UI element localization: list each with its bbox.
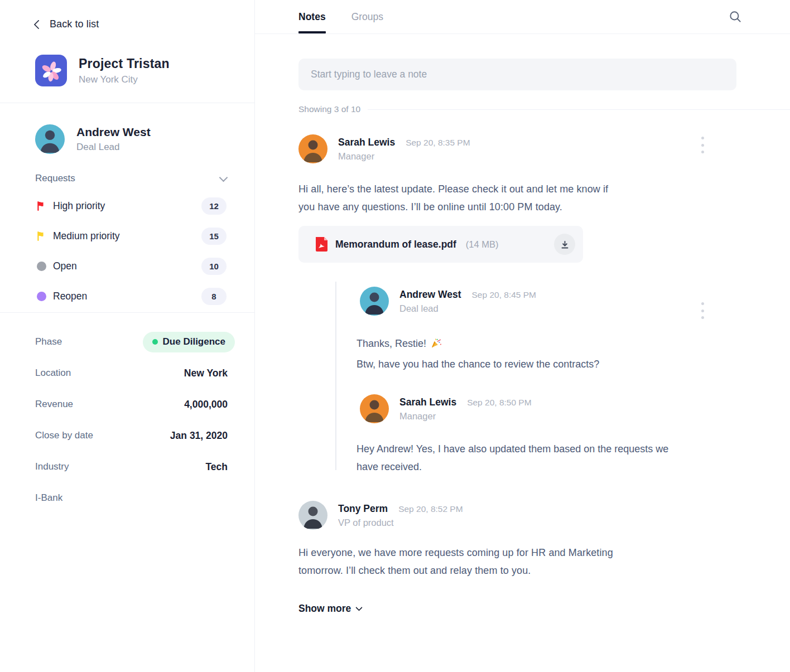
detail-label: Revenue <box>35 399 73 410</box>
detail-value: Jan 31, 2020 <box>170 430 228 442</box>
requests-label: Requests <box>35 173 75 184</box>
detail-label: Phase <box>35 336 62 347</box>
request-count-badge: 12 <box>201 197 227 215</box>
phase-value: Due Diligence <box>163 336 225 347</box>
attachment-card[interactable]: Memorandum of lease.pdf (14 MB) <box>298 226 583 263</box>
showing-count-label: Showing 3 of 10 <box>298 104 360 114</box>
phase-status-badge: Due Diligence <box>143 332 235 352</box>
detail-value: New York <box>184 368 228 379</box>
note-body: Hi everyone, we have more requests comin… <box>298 544 736 579</box>
note-author-role: Manager <box>338 151 470 162</box>
detail-label: Industry <box>35 461 69 472</box>
request-filter-medium-priority[interactable]: Medium priority 15 <box>35 221 227 251</box>
request-filter-open[interactable]: Open 10 <box>35 251 227 281</box>
request-count-badge: 8 <box>201 288 227 305</box>
note-timestamp: Sep 20, 8:35 PM <box>406 138 470 148</box>
note-composer-input[interactable] <box>298 59 736 90</box>
note-item: Sarah Lewis Sep 20, 8:35 PM Manager Hi a… <box>298 134 736 476</box>
detail-value: 4,000,000 <box>184 399 228 410</box>
note-header: Tony Perm Sep 20, 8:52 PM VP of product <box>298 501 736 530</box>
note-header: Sarah Lewis Sep 20, 8:35 PM Manager <box>298 134 736 163</box>
notes-feed: Showing 3 of 10 Sarah Lewis Sep 20, 8:35… <box>255 34 790 615</box>
request-filter-label: High priority <box>53 200 105 212</box>
note-item: Tony Perm Sep 20, 8:52 PM VP of product … <box>298 501 736 579</box>
requests-section-header[interactable]: Requests <box>0 154 254 184</box>
request-filter-high-priority[interactable]: High priority 12 <box>35 191 227 221</box>
request-filter-label: Open <box>53 260 77 272</box>
tabs-bar: Notes Groups <box>255 0 790 34</box>
request-filter-label: Reopen <box>53 291 87 302</box>
avatar <box>360 287 389 316</box>
detail-row-revenue: Revenue 4,000,000 <box>35 389 228 420</box>
requests-list: High priority 12 Medium priority 15 Open… <box>0 184 254 311</box>
reply-header: Andrew West Sep 20, 8:45 PM Deal lead <box>358 287 736 316</box>
avatar <box>298 501 327 530</box>
app-window: Back to list Project Tristan New Y <box>0 0 790 672</box>
avatar <box>360 394 389 423</box>
show-more-button[interactable]: Show more <box>298 603 362 615</box>
sidebar: Back to list Project Tristan New Y <box>0 0 255 672</box>
request-filter-label: Medium priority <box>53 230 120 242</box>
flower-icon <box>35 55 67 86</box>
kebab-menu-icon[interactable] <box>697 136 707 154</box>
note-author: Tony Perm <box>338 503 388 515</box>
project-title: Project Tristan <box>79 56 170 71</box>
chevron-left-icon <box>34 20 44 29</box>
dot-icon <box>35 260 47 272</box>
deal-details: Phase Due Diligence Location New York Re… <box>0 313 254 514</box>
deal-lead-name: Andrew West <box>76 125 151 139</box>
note-author-role: VP of product <box>338 518 463 528</box>
flag-icon <box>35 200 47 212</box>
reply-header: Sarah Lewis Sep 20, 8:50 PM Manager <box>358 394 736 423</box>
reply-body: Hey Andrew! Yes, I have also updated the… <box>357 440 736 476</box>
search-icon[interactable] <box>728 9 743 25</box>
kebab-menu-icon[interactable] <box>697 301 707 320</box>
reply-item: Sarah Lewis Sep 20, 8:50 PM Manager Hey … <box>358 394 736 476</box>
deal-lead-role: Deal Lead <box>76 142 151 153</box>
reply-timestamp: Sep 20, 8:50 PM <box>467 398 531 408</box>
reply-body: Thanks, Restie! Btw, have you had the ch… <box>357 334 736 374</box>
request-count-badge: 15 <box>201 228 227 245</box>
project-titles: Project Tristan New York City <box>79 56 170 85</box>
download-icon[interactable] <box>554 234 575 255</box>
detail-row-close-by-date: Close by date Jan 31, 2020 <box>35 420 228 451</box>
avatar <box>298 134 327 163</box>
party-popper-emoji <box>431 336 442 355</box>
detail-row-industry: Industry Tech <box>35 451 228 482</box>
project-subtitle: New York City <box>79 74 170 85</box>
detail-row-ibank: I-Bank <box>35 482 228 514</box>
tab-groups[interactable]: Groups <box>351 0 383 33</box>
note-author: Sarah Lewis <box>338 137 395 148</box>
reply-timestamp: Sep 20, 8:45 PM <box>472 290 536 300</box>
detail-label: I-Bank <box>35 492 62 504</box>
dot-icon <box>35 290 47 302</box>
detail-value: Tech <box>205 461 228 473</box>
avatar <box>35 124 65 154</box>
reply-author-role: Deal lead <box>399 303 536 314</box>
back-to-list-label: Back to list <box>50 18 99 30</box>
request-filter-reopen[interactable]: Reopen 8 <box>35 281 227 311</box>
back-to-list-button[interactable]: Back to list <box>0 0 254 30</box>
tab-notes[interactable]: Notes <box>298 0 326 33</box>
flag-icon <box>35 230 47 242</box>
showing-count-row: Showing 3 of 10 <box>298 104 790 115</box>
reply-author: Sarah Lewis <box>399 397 456 408</box>
detail-row-phase: Phase Due Diligence <box>35 326 228 357</box>
divider-line <box>368 109 790 110</box>
reply-thread: Andrew West Sep 20, 8:45 PM Deal lead Th… <box>298 287 736 476</box>
attachment-filesize: (14 MB) <box>466 239 499 250</box>
reply-author-role: Manager <box>399 411 532 422</box>
reply-author: Andrew West <box>399 289 461 301</box>
deal-lead-card: Andrew West Deal Lead <box>0 103 254 154</box>
show-more-label: Show more <box>298 603 351 615</box>
project-header: Project Tristan New York City <box>0 30 254 86</box>
detail-label: Location <box>35 368 71 379</box>
main-panel: Notes Groups Showing 3 of 10 <box>255 0 790 672</box>
detail-label: Close by date <box>35 430 93 441</box>
chevron-down-icon <box>355 604 363 611</box>
detail-row-location: Location New York <box>35 357 228 389</box>
note-timestamp: Sep 20, 8:52 PM <box>398 504 463 514</box>
chevron-down-icon <box>219 173 228 182</box>
reply-item: Andrew West Sep 20, 8:45 PM Deal lead Th… <box>358 287 736 374</box>
attachment-filename: Memorandum of lease.pdf <box>335 239 456 250</box>
